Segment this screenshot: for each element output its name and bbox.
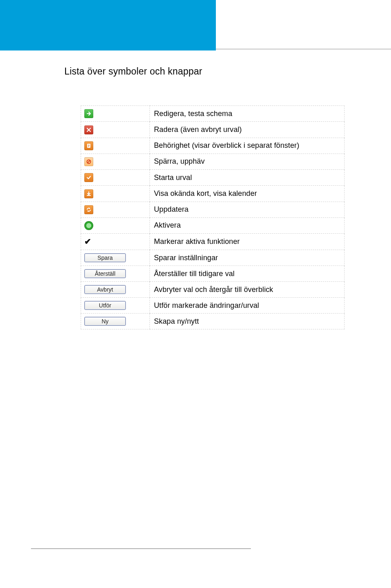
row-description: Starta urval [150, 170, 345, 186]
table-row: ✔ Markerar aktiva funktioner [81, 234, 345, 250]
arrow-right-icon [84, 109, 93, 118]
cancel-button[interactable]: Avbryt [84, 285, 126, 294]
execute-button[interactable]: Utför [84, 301, 126, 310]
table-row: Radera (även avbryt urval) [81, 122, 345, 138]
new-button[interactable]: Ny [84, 317, 126, 326]
refresh-icon [84, 205, 93, 214]
activate-ring-icon [84, 221, 93, 230]
document-icon [84, 141, 93, 150]
row-description: Skapa ny/nytt [150, 314, 345, 329]
content-area: Lista över symboler och knappar Redigera… [0, 50, 391, 329]
row-description: Återställer till tidigare val [150, 266, 345, 282]
table-row: Spara Sparar inställningar [81, 250, 345, 266]
row-description: Aktivera [150, 217, 345, 233]
page-title: Lista över symboler och knappar [64, 66, 391, 77]
table-row: Redigera, testa schema [81, 106, 345, 122]
row-description: Sparar inställningar [150, 250, 345, 266]
save-button[interactable]: Spara [84, 253, 126, 262]
header-banner [0, 0, 216, 50]
checkmark-glyph-icon: ✔ [84, 237, 91, 246]
row-description: Redigera, testa schema [150, 106, 345, 122]
block-icon [84, 157, 93, 166]
row-description: Visa okända kort, visa kalender [150, 186, 345, 202]
delete-x-icon [84, 125, 93, 134]
row-description: Avbryter val och återgår till överblick [150, 282, 345, 298]
download-icon [84, 189, 93, 198]
table-row: Uppdatera [81, 202, 345, 217]
row-description: Markerar aktiva funktioner [150, 234, 345, 250]
row-description: Uppdatera [150, 202, 345, 217]
table-row: Aktivera [81, 217, 345, 233]
table-row: Återställ Återställer till tidigare val [81, 266, 345, 282]
reset-button[interactable]: Återställ [84, 269, 126, 278]
table-row: Utför Utför markerade ändringar/urval [81, 298, 345, 314]
table-row: Behörighet (visar överblick i separat fö… [81, 138, 345, 154]
row-description: Spärra, upphäv [150, 154, 345, 169]
table-row: Ny Skapa ny/nytt [81, 314, 345, 329]
table-row: Spärra, upphäv [81, 154, 345, 169]
check-icon [84, 173, 93, 182]
row-description: Utför markerade ändringar/urval [150, 298, 345, 314]
row-description: Radera (även avbryt urval) [150, 122, 345, 138]
row-description: Behörighet (visar överblick i separat fö… [150, 138, 345, 154]
table-row: Starta urval [81, 170, 345, 186]
header-rule [216, 47, 391, 49]
symbol-table: Redigera, testa schema Radera (även avbr… [81, 105, 345, 329]
page: Lista över symboler och knappar Redigera… [0, 0, 391, 588]
footer-rule [31, 549, 251, 549]
table-row: Visa okända kort, visa kalender [81, 186, 345, 202]
table-row: Avbryt Avbryter val och återgår till öve… [81, 282, 345, 298]
